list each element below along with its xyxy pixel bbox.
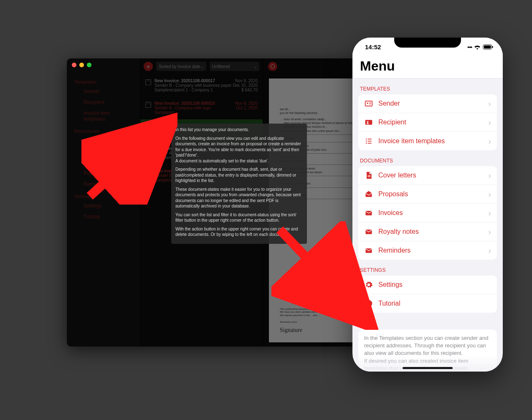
mac-sidebar-item-invoice-item-templates[interactable]: Invoice item templates bbox=[71, 108, 136, 124]
chevron-right-icon: › bbox=[488, 137, 491, 145]
mac-sidebar-item-royalty-notes[interactable]: Royalty notes bbox=[71, 168, 136, 179]
svg-rect-16 bbox=[368, 141, 372, 142]
mac-sidebar-group-documents: Documents bbox=[74, 129, 132, 134]
svg-rect-10 bbox=[369, 104, 371, 104]
mac-sidebar-group-settings: Settings bbox=[74, 194, 132, 199]
menu-item-settings[interactable]: Settings bbox=[358, 276, 497, 294]
svg-point-15 bbox=[366, 141, 367, 142]
menu-item-tutorial[interactable]: Tutorial bbox=[358, 294, 497, 313]
svg-rect-20 bbox=[368, 177, 371, 177]
section-header-help: HELP bbox=[360, 321, 495, 327]
envelope-icon bbox=[145, 79, 151, 85]
chevron-right-icon: › bbox=[488, 228, 491, 236]
question-icon bbox=[74, 214, 80, 220]
mac-help-tooltip: In this list you manage your documents. … bbox=[171, 124, 307, 244]
templates-card: Sender › Recipient › Invoice item templa… bbox=[358, 94, 497, 150]
menu-item-sender[interactable]: Sender › bbox=[358, 94, 497, 113]
doc-icon bbox=[74, 138, 80, 144]
svg-point-8 bbox=[367, 103, 368, 104]
chevron-right-icon: › bbox=[488, 209, 491, 217]
envelope-open-icon bbox=[74, 149, 80, 154]
svg-rect-14 bbox=[368, 139, 372, 139]
svg-rect-6 bbox=[492, 46, 493, 48]
wifi-icon bbox=[474, 44, 481, 50]
home-indicator[interactable] bbox=[403, 367, 453, 369]
sort-dropdown[interactable]: Sorted by Invoice date ⌄ bbox=[156, 62, 206, 71]
gear-icon bbox=[74, 203, 80, 209]
chevron-updown-icon: ⌄ bbox=[253, 64, 257, 69]
close-dot[interactable] bbox=[72, 63, 76, 67]
svg-point-25 bbox=[368, 305, 369, 306]
status-time: 14:52 bbox=[365, 43, 381, 51]
menu-item-recipient[interactable]: Recipient › bbox=[358, 113, 497, 132]
mac-sidebar-group-templates: Templates bbox=[74, 79, 132, 84]
mac-sidebar-item-sender[interactable]: Sender bbox=[71, 86, 136, 97]
zoom-dot[interactable] bbox=[87, 63, 91, 67]
list-icon bbox=[74, 113, 80, 119]
mac-sidebar-item-reminders[interactable]: Reminders bbox=[71, 179, 136, 190]
menu-item-reminders[interactable]: Reminders › bbox=[358, 241, 497, 260]
chevron-right-icon: › bbox=[488, 246, 491, 255]
svg-rect-18 bbox=[368, 143, 372, 144]
section-header-templates: TEMPLATES bbox=[360, 86, 495, 92]
envelope-open-icon bbox=[364, 190, 373, 199]
mac-list-toolbar: ＋ Sorted by Invoice date ⌄ Unfiltered ⌄ bbox=[140, 58, 263, 74]
svg-rect-7 bbox=[365, 101, 372, 106]
page-title: Menu bbox=[360, 58, 495, 74]
svg-point-12 bbox=[367, 121, 369, 123]
svg-point-13 bbox=[366, 139, 367, 140]
envelope-icon bbox=[364, 227, 373, 236]
person-card-icon bbox=[364, 118, 373, 127]
window-controls bbox=[72, 63, 91, 67]
envelope-icon bbox=[145, 170, 151, 175]
svg-rect-5 bbox=[484, 45, 491, 48]
envelope-icon bbox=[74, 181, 80, 187]
document-list-item[interactable]: New Invoice: 20201108-000015Nov 8, 2020 … bbox=[140, 97, 263, 119]
add-document-button[interactable]: ＋ bbox=[144, 62, 153, 71]
id-card-icon bbox=[364, 99, 373, 108]
settings-card: Settings Tutorial bbox=[358, 276, 497, 313]
envelope-icon bbox=[74, 170, 80, 176]
menu-item-invoices[interactable]: Invoices › bbox=[358, 204, 497, 223]
doc-icon bbox=[364, 171, 373, 180]
battery-icon bbox=[483, 44, 494, 50]
document-list-item[interactable]: New Invoice: 20201108-000017Nov 8, 2020 … bbox=[140, 74, 263, 97]
list-icon bbox=[364, 137, 373, 146]
menu-item-cover-letters[interactable]: Cover letters › bbox=[358, 166, 497, 185]
envelope-icon bbox=[364, 246, 373, 255]
menu-item-invoice-item-templates[interactable]: Invoice item templates › bbox=[358, 132, 497, 150]
chevron-right-icon: › bbox=[488, 190, 491, 198]
filter-dropdown[interactable]: Unfiltered ⌄ bbox=[210, 62, 260, 71]
mac-sidebar-item-settings[interactable]: Settings bbox=[71, 200, 136, 211]
section-header-settings: SETTINGS bbox=[360, 267, 495, 273]
iphone-notch bbox=[394, 38, 461, 49]
menu-item-proposals[interactable]: Proposals › bbox=[358, 185, 497, 204]
envelope-icon bbox=[145, 124, 151, 130]
documents-card: Cover letters › Proposals › Invoices › R… bbox=[358, 166, 497, 260]
chevron-right-icon: › bbox=[488, 118, 491, 127]
envelope-icon bbox=[145, 102, 151, 108]
iphone-scroll-content[interactable]: TEMPLATES Sender › Recipient › Invoice i… bbox=[352, 78, 503, 372]
envelope-icon bbox=[145, 147, 151, 153]
menu-item-royalty-notes[interactable]: Royalty notes › bbox=[358, 223, 497, 241]
mac-sidebar-item-cover-letters[interactable]: Cover letters bbox=[71, 135, 136, 146]
mac-sidebar: Templates Sender Recipient Invoice item … bbox=[67, 58, 140, 347]
preview-action-1[interactable] bbox=[268, 62, 277, 71]
svg-point-0 bbox=[271, 65, 275, 68]
mac-sidebar-item-recipient[interactable]: Recipient bbox=[71, 97, 136, 108]
minimize-dot[interactable] bbox=[79, 63, 84, 67]
iphone-mockup: 14:52 ••• Menu TEMPLATES Sender › Recipi… bbox=[352, 38, 503, 372]
svg-point-17 bbox=[366, 143, 367, 144]
person-card-icon bbox=[74, 99, 80, 105]
mac-sidebar-item-tutorial[interactable]: Tutorial bbox=[71, 211, 136, 222]
question-icon bbox=[364, 299, 373, 308]
envelope-icon bbox=[364, 208, 373, 218]
help-text-card: In the Templates section you can create … bbox=[358, 329, 497, 372]
gear-icon bbox=[364, 280, 373, 289]
envelope-icon bbox=[74, 159, 80, 165]
chevron-updown-icon: ⌄ bbox=[200, 64, 204, 69]
svg-rect-9 bbox=[369, 103, 371, 103]
section-header-documents: DOCUMENTS bbox=[360, 158, 495, 164]
mac-sidebar-item-proposals[interactable]: Proposals bbox=[71, 146, 136, 157]
mac-sidebar-item-invoices[interactable]: Invoices bbox=[71, 157, 136, 168]
